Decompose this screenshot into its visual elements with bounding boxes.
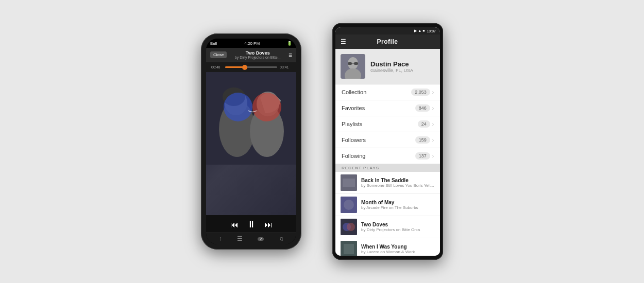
library-icon[interactable]: ♫ [279,235,283,242]
avatar-image [341,54,365,79]
recent-track-info: Back In The Saddle by Someone Still Love… [361,178,434,188]
svg-rect-12 [354,62,358,65]
svg-point-17 [344,200,354,210]
android-device: ▶ ▲ ■ 10:07 ☰ Profile [332,23,443,260]
recent-thumb [341,174,357,191]
album-art [206,72,296,215]
menu-icon[interactable]: ☰ [341,38,346,45]
recent-play-item[interactable]: Month of May by Arcade Fire on The Subur… [335,194,440,216]
android-status-icons: ▶ ▲ ■ [414,29,425,33]
iphone-status-bar: Bell 4:20 PM 🔋 [206,39,296,48]
favorites-right: 846 › [415,104,434,112]
svg-point-20 [347,223,355,231]
list-item[interactable]: Collection 2,053 › [335,84,440,100]
collection-count: 2,053 [411,89,430,96]
track-subtitle: by Dirty Projectors on Bitte... [227,56,289,59]
list-item[interactable]: Followers 159 › [335,132,440,148]
playback-controls: ⏮ ⏸ ⏭ [206,215,296,233]
close-button[interactable]: Close [210,51,227,58]
svg-point-6 [224,93,252,121]
bottom-toolbar: ↑ ☰ 2 ♫ [206,233,296,244]
phones-container: Bell 4:20 PM 🔋 Close Two Doves by Dirty … [201,23,443,260]
iphone-device: Bell 4:20 PM 🔋 Close Two Doves by Dirty … [201,33,301,250]
profile-menu-list: Collection 2,053 › Favorites 846 › Playl… [335,84,440,256]
queue-icon[interactable]: ≡ [289,51,292,59]
profile-info: Dustin Pace Gainesville, FL, USA [370,60,413,73]
chevron-icon: › [432,153,434,159]
now-playing-bar: Close Two Doves by Dirty Projectors on B… [206,48,296,62]
followers-right: 159 › [415,136,434,144]
bookmarks-icon[interactable]: ☰ [237,235,243,242]
android-screen: ▶ ▲ ■ 10:07 ☰ Profile [335,27,440,256]
chevron-icon: › [432,90,434,95]
total-time: 03:41 [280,65,291,69]
recent-track-name: When I Was Young [361,244,415,250]
library-badge[interactable]: 2 [258,237,264,241]
recent-play-item[interactable]: When I Was Young by Lucero on Woman & Wo… [335,238,440,256]
list-item[interactable]: Favorites 846 › [335,100,440,116]
progress-track[interactable] [225,66,277,68]
collection-right: 2,053 › [411,89,434,96]
album-art-svg [206,72,296,165]
followers-label: Followers [342,137,366,143]
svg-point-7 [252,93,281,121]
list-item[interactable]: Following 137 › [335,148,440,164]
carrier-label: Bell [210,41,217,46]
recent-thumb [341,197,357,213]
elapsed-time: 00:48 [211,65,223,69]
profile-section: Dustin Pace Gainesville, FL, USA [335,49,440,84]
recent-track-artist: by Lucero on Woman & Work [361,250,415,254]
iphone-battery: 🔋 [287,41,292,46]
profile-name: Dustin Pace [370,60,413,68]
list-item[interactable]: Playlists 24 › [335,116,440,132]
play-pause-button[interactable]: ⏸ [247,219,256,230]
svg-rect-15 [343,179,355,187]
following-right: 137 › [415,152,434,160]
collection-label: Collection [342,89,366,95]
android-header: ☰ Profile [335,34,440,49]
progress-thumb [242,65,247,70]
iphone-screen: Bell 4:20 PM 🔋 Close Two Doves by Dirty … [206,39,296,244]
recent-thumb [341,241,357,256]
recent-track-name: Two Doves [361,222,420,227]
iphone-time: 4:20 PM [244,41,260,46]
recent-track-artist: by Someone Still Loves You Boris Yelt... [361,183,434,188]
progress-bar-area: 00:48 03:41 [206,62,296,72]
playlists-right: 24 › [418,120,434,128]
next-button[interactable]: ⏭ [264,220,273,229]
track-title: Two Doves [227,50,289,56]
recent-thumb [341,219,357,235]
chevron-icon: › [432,105,434,111]
followers-count: 159 [415,136,430,144]
playlists-label: Playlists [342,121,362,127]
recent-track-name: Back In The Saddle [361,178,434,183]
favorites-count: 846 [415,104,430,112]
progress-fill [225,66,243,68]
android-time: 10:07 [427,29,436,33]
favorites-label: Favorites [342,105,365,111]
profile-location: Gainesville, FL, USA [370,68,413,73]
recent-play-item[interactable]: Two Doves by Dirty Projectors on Bitte O… [335,216,440,238]
playlists-count: 24 [418,120,430,128]
share-icon[interactable]: ↑ [219,235,222,242]
recent-track-info: When I Was Young by Lucero on Woman & Wo… [361,244,415,254]
recent-track-info: Two Doves by Dirty Projectors on Bitte O… [361,222,420,232]
svg-rect-11 [348,62,352,65]
profile-title: Profile [377,38,398,45]
android-status-bar: ▶ ▲ ■ 10:07 [335,27,440,34]
track-info: Two Doves by Dirty Projectors on Bitte..… [227,50,289,59]
recent-play-item[interactable]: Back In The Saddle by Someone Still Love… [335,172,440,194]
prev-button[interactable]: ⏮ [230,220,239,229]
recent-track-name: Month of May [361,200,418,205]
recent-track-artist: by Dirty Projectors on Bitte Orca [361,227,420,232]
chevron-icon: › [432,121,434,127]
avatar [341,54,365,79]
chevron-icon: › [432,137,434,143]
recent-track-info: Month of May by Arcade Fire on The Subur… [361,200,418,210]
recent-track-artist: by Arcade Fire on The Suburbs [361,205,418,210]
recent-plays-header: RECENT PLAYS [335,164,440,172]
following-label: Following [342,153,365,159]
svg-rect-22 [344,244,354,254]
following-count: 137 [415,152,430,160]
